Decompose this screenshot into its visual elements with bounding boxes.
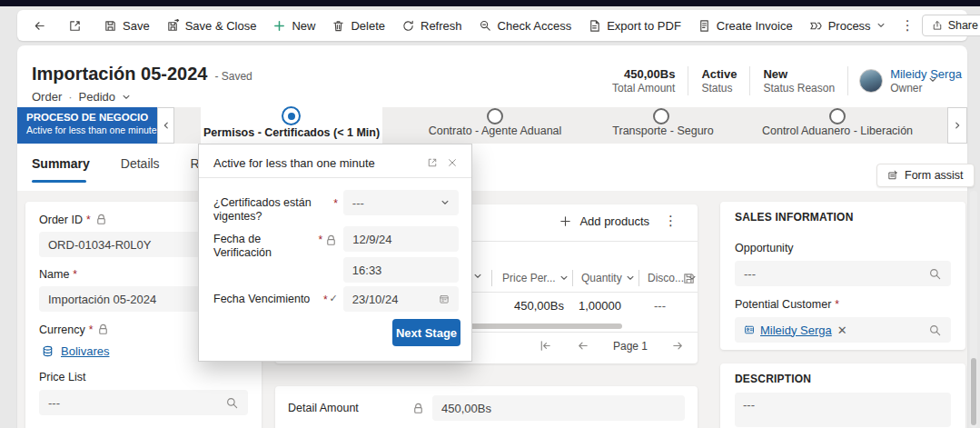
bpf-stage-3-icon[interactable] [653,108,669,124]
potential-customer-label-row: Potential Customer * [735,298,951,311]
trash-icon [332,19,345,33]
save-row-icon[interactable] [682,272,696,285]
refresh-button[interactable]: Refresh [393,14,470,37]
prev-page-icon[interactable] [576,339,589,353]
bpf-process-status: Active for less than one minute [26,124,150,135]
grid-column-price-per[interactable]: Price Per... [502,272,569,284]
name-label: Name [39,268,69,281]
export-pdf-button[interactable]: Export to PDF [579,14,689,37]
chevron-down-icon [626,274,635,283]
delete-label: Delete [351,19,385,33]
expand-icon [427,157,438,168]
bpf-stage-3-label[interactable]: Transporte - Seguro [563,124,763,137]
total-amount-label: Total Amount [612,82,675,95]
owner-field[interactable]: Mileidy Serga Owner [848,67,973,95]
search-icon[interactable] [928,267,942,281]
description-field[interactable]: --- [735,393,951,427]
new-button[interactable]: New [264,14,323,37]
more-commands-button[interactable]: ⋮ [894,17,922,34]
bpf-process-box[interactable]: PROCESO DE NEGOCIO I... Active for less … [17,107,157,144]
form-assist-button[interactable]: Form assist [876,164,975,187]
save-state: - Saved [214,70,252,83]
fecha-verificacion-time: 16:33 [352,264,382,277]
bpf-stage-4-label[interactable]: Control Aduanero - Liberación [737,124,937,137]
vertical-scrollbar-thumb[interactable] [971,358,976,425]
form-assist-label: Form assist [905,169,964,182]
chevron-down-icon [441,198,450,207]
page-indicator: Page 1 [613,340,648,353]
remove-customer-icon[interactable]: ✕ [837,323,847,337]
search-icon[interactable] [225,396,239,410]
save-button[interactable]: Save [95,14,158,37]
fecha-vencimiento-date-field[interactable]: 23/10/24 [343,286,459,312]
tab-details[interactable]: Details [121,156,160,171]
first-page-icon[interactable] [539,339,552,353]
customer-link[interactable]: Mileidy Serga [760,323,832,337]
open-in-new-icon [68,19,82,33]
potential-customer-field[interactable]: Mileidy Serga ✕ [735,317,951,343]
next-stage-button[interactable]: Next Stage [392,319,460,346]
add-products-button[interactable]: Add products [559,214,649,228]
tab-active-underline [32,180,86,183]
close-flyout-button[interactable] [442,153,462,173]
contact-card-icon [744,324,755,335]
grid-column-partial[interactable] [473,272,482,281]
customer-chip[interactable]: Mileidy Serga ✕ [744,323,928,337]
process-button[interactable]: Process [801,14,894,37]
grid-column-quantity[interactable]: Quantity [581,272,635,284]
delete-button[interactable]: Delete [323,14,393,37]
fecha-verificacion-time-field[interactable]: 16:33 [343,257,459,283]
certificados-select[interactable]: --- [343,190,459,215]
bpf-stage-active-icon[interactable] [282,106,301,125]
required-asterisk: * [89,323,94,336]
price-list-value: --- [48,396,225,410]
bpf-stage-active-label: Permisos - Certificados (< 1 Min) [201,126,382,139]
bpf-stage-4-icon[interactable] [829,108,846,124]
bpf-next-button[interactable] [947,107,967,144]
process-label: Process [828,19,871,33]
detail-amount-field[interactable]: 450,00Bs [432,395,685,421]
row-quantity-value: 1,00000 [579,299,621,313]
next-page-icon[interactable] [671,339,685,353]
popout-button[interactable] [60,14,90,37]
detail-amount-value: 450,00Bs [441,402,491,415]
back-button[interactable] [25,14,54,37]
header-stats: 450,00Bs Total Amount Active Status New … [599,66,973,95]
plus-icon [272,19,286,33]
bpf-prev-button[interactable] [157,107,174,144]
grid-more-button[interactable]: ⋮ [657,213,685,229]
stat-status-reason: New Status Reason [750,66,848,95]
check-access-button[interactable]: Check Access [470,14,580,37]
create-invoice-button[interactable]: Create Invoice [689,14,801,37]
row-price-per-value: 450,00Bs [491,299,564,313]
header-collapse-chevron[interactable] [928,75,937,85]
fecha-verificacion-date-field[interactable]: 12/9/24 [343,226,459,252]
bpf-stage-2-icon[interactable] [487,108,503,124]
expand-flyout-button[interactable] [422,153,442,173]
owner-label: Owner [890,82,962,95]
currency-link[interactable]: Bolivares [61,344,109,358]
save-close-button[interactable]: Save & Close [158,14,265,37]
share-button[interactable]: Share [922,15,980,36]
fecha-vencimiento-label: Fecha Vencimiento [213,286,321,312]
opportunity-label: Opportunity [735,242,951,254]
tab-summary[interactable]: Summary [32,156,90,171]
owner-name[interactable]: Mileidy Serga [890,67,962,82]
required-asterisk: * [323,294,328,306]
arrow-left-icon [33,19,46,33]
bpf-process-name: PROCESO DE NEGOCIO I... [26,112,150,123]
opportunity-field[interactable]: --- [735,261,951,286]
detail-amount-label: Detail Amount [288,402,404,414]
owner-avatar [859,69,883,93]
order-id-value: ORD-01034-R0L0Y [48,238,151,252]
divider [199,177,471,178]
price-list-field[interactable]: --- [39,390,248,415]
search-icon[interactable] [928,323,942,337]
form-assist-icon [887,170,898,181]
form-selector[interactable]: Pedido [79,90,115,104]
chevron-down-icon [122,93,131,102]
save-close-label: Save & Close [185,19,257,33]
detail-amount-card: Detail Amount 450,00Bs [275,386,698,428]
opportunity-label-text: Opportunity [735,242,794,254]
calendar-icon[interactable] [439,294,450,304]
